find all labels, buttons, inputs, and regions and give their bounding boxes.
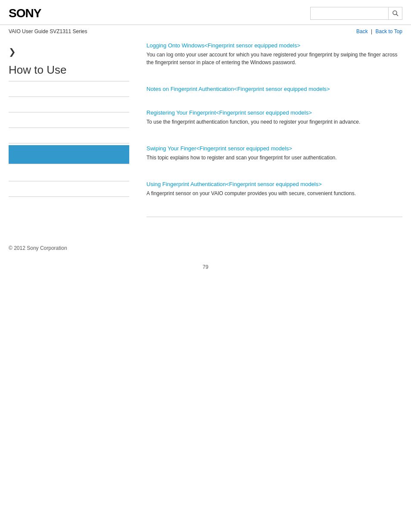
sidebar: ❯ How to Use — [9, 42, 138, 224]
sidebar-title: How to Use — [9, 63, 129, 81]
content-text-5: A fingerprint sensor on your VAIO comput… — [146, 190, 402, 197]
main-container: ❯ How to Use Logging Onto Windows<Finger… — [0, 38, 411, 228]
content-section-3: Registering Your Fingerprint<Fingerprint… — [146, 109, 402, 137]
footer: © 2012 Sony Corporation — [0, 236, 411, 260]
content-text-4: This topic explains how to register and … — [146, 154, 402, 162]
sidebar-item-highlighted[interactable] — [9, 145, 129, 164]
sidebar-arrow[interactable]: ❯ — [9, 42, 129, 59]
sidebar-item[interactable] — [9, 181, 129, 197]
content-text-3: To use the fingerprint authentication fu… — [146, 118, 402, 126]
sub-header: VAIO User Guide SVZ1311 Series Back | Ba… — [0, 25, 411, 38]
content-link-2[interactable]: Notes on Fingerprint Authentication<Fing… — [146, 86, 402, 92]
content-section-5: Using Fingerprint Authentication<Fingerp… — [146, 181, 402, 208]
search-icon — [392, 10, 399, 17]
nav-separator: | — [371, 28, 372, 34]
content-text-1: You can log onto your user account for w… — [146, 51, 402, 66]
content-section-2: Notes on Fingerprint Authentication<Fing… — [146, 86, 402, 101]
back-link[interactable]: Back — [356, 28, 368, 34]
svg-line-1 — [396, 14, 398, 16]
sidebar-item[interactable] — [9, 166, 129, 181]
content-divider — [146, 217, 402, 217]
guide-title: VAIO User Guide SVZ1311 Series — [9, 28, 87, 34]
header: SONY — [0, 0, 411, 25]
content-link-5[interactable]: Using Fingerprint Authentication<Fingerp… — [146, 181, 402, 187]
page-number: 79 — [0, 260, 411, 274]
content-link-1[interactable]: Logging Onto Windows<Fingerprint sensor … — [146, 42, 402, 49]
sidebar-item[interactable] — [9, 128, 129, 143]
sidebar-item[interactable] — [9, 81, 129, 97]
sony-logo: SONY — [9, 6, 41, 20]
sidebar-item[interactable] — [9, 112, 129, 128]
copyright: © 2012 Sony Corporation — [9, 245, 67, 251]
content-section-1: Logging Onto Windows<Fingerprint sensor … — [146, 42, 402, 77]
sidebar-item[interactable] — [9, 97, 129, 112]
search-button[interactable] — [388, 7, 402, 19]
content-link-3[interactable]: Registering Your Fingerprint<Fingerprint… — [146, 109, 402, 116]
back-to-top-link[interactable]: Back to Top — [376, 28, 402, 34]
svg-point-0 — [393, 11, 397, 15]
content-link-4[interactable]: Swiping Your Finger<Fingerprint sensor e… — [146, 145, 402, 152]
search-input[interactable] — [311, 7, 388, 19]
content-section-4: Swiping Your Finger<Fingerprint sensor e… — [146, 145, 402, 172]
nav-links: Back | Back to Top — [356, 28, 402, 34]
search-container — [310, 7, 402, 20]
content-area: Logging Onto Windows<Fingerprint sensor … — [138, 42, 402, 224]
